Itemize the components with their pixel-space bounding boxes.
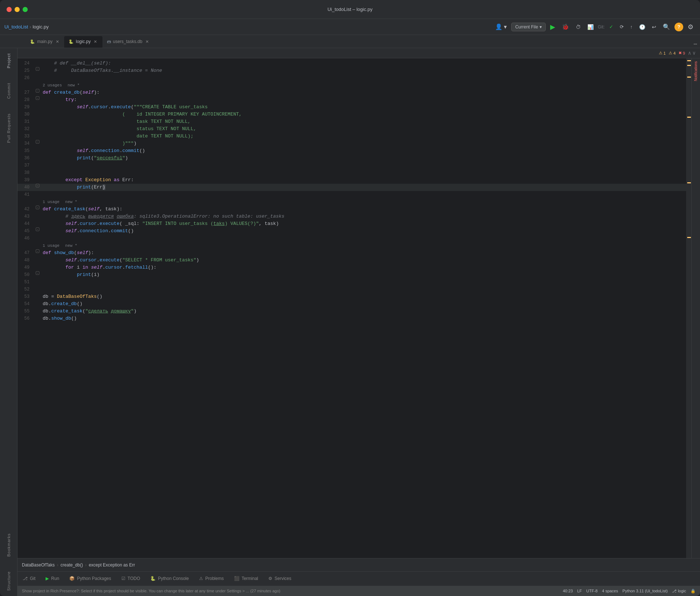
code-line-30: 30 ( id INTEGER PRIMARY KEY AUTOINCREMEN… [18, 111, 686, 118]
fold-34[interactable]: - [36, 140, 39, 144]
minimize-button[interactable] [15, 7, 20, 12]
tab-run[interactable]: ▶ Run [40, 572, 64, 586]
tab-terminal[interactable]: ⬛ Terminal [229, 572, 263, 586]
toolbar-actions: 👤 ▾ Current File ▾ ▶ 🐞 ⏱ 📊 Git: ✓ ⟳ ↑ 🕐 … [493, 22, 696, 32]
code-line-56: 56 db.show_db() [18, 315, 686, 322]
warnings-badge[interactable]: ⚠ 1 [659, 51, 666, 55]
fold-25[interactable]: - [36, 67, 39, 71]
status-python[interactable]: Python 3.11 (Ui_todoList) [622, 589, 668, 593]
breadcrumb-separator: › [30, 24, 31, 30]
sidebar-label-project: Project [7, 53, 11, 68]
fold-50[interactable]: - [36, 271, 39, 275]
run-button[interactable]: ▶ [548, 22, 557, 32]
git-push-button[interactable]: ↑ [628, 23, 635, 31]
git-history-button[interactable]: 🕐 [637, 23, 648, 31]
fold-40[interactable]: - [36, 184, 39, 187]
marker-warn-1 [687, 60, 691, 61]
project-name[interactable]: Ui_todoList [4, 24, 28, 30]
line-content-47: def show_db(self): [41, 249, 686, 257]
sidebar-item-bookmarks[interactable]: Bookmarks [7, 531, 11, 559]
profile-button[interactable]: ⏱ [573, 23, 583, 31]
line-content-25: # DataBaseOfTaks.__instance = None [41, 67, 686, 74]
search-button[interactable]: 🔍 [661, 22, 672, 32]
status-indent[interactable]: 4 spaces [602, 589, 618, 593]
line-content-33: date TEXT NOT NULL); [41, 133, 686, 140]
python-packages-tab-icon: 📦 [69, 576, 75, 581]
tab-main-py[interactable]: 🐍 main.py ✕ [26, 36, 64, 48]
run-tab-icon: ▶ [46, 576, 49, 581]
status-position[interactable]: 40:23 [563, 589, 573, 593]
file-name[interactable]: logic.py [32, 24, 48, 30]
status-bar: Show project in Rich Presence?: Select i… [18, 586, 700, 596]
fold-expand-icon[interactable]: ∧ [688, 50, 691, 56]
tab-services[interactable]: ⚙ Services [263, 572, 296, 586]
debug-button[interactable]: 🐞 [560, 22, 571, 32]
fold-42[interactable]: - [36, 206, 39, 209]
notification-text: Show project in Rich Presence?: Select i… [22, 589, 280, 593]
status-line-ending[interactable]: LF [577, 589, 582, 593]
git-update-button[interactable]: ⟳ [618, 23, 626, 31]
fold-28[interactable]: - [36, 96, 39, 100]
gutter-25: - [34, 67, 41, 71]
code-line-24: 24 # def __del__(self): [18, 60, 686, 67]
tab-options-button[interactable]: ⋯ [693, 40, 697, 48]
cautions-badge[interactable]: ⚠ 4 [669, 51, 676, 55]
tab-logic-py[interactable]: 🐍 logic.py ✕ [64, 36, 102, 48]
help-button[interactable]: ? [674, 23, 683, 31]
tab-close-logic-py[interactable]: ✕ [93, 39, 98, 44]
line-num-36: 36 [18, 155, 34, 162]
code-line-34: 34 - )""") [18, 140, 686, 147]
fold-45[interactable]: - [36, 227, 39, 231]
notifications-label[interactable]: Notifications [694, 60, 698, 82]
warn-count: 1 [664, 51, 666, 55]
terminal-tab-label: Terminal [242, 576, 258, 581]
tab-python-console[interactable]: 🐍 Python Console [145, 572, 194, 586]
line-num-31: 31 [18, 118, 34, 125]
fold-47[interactable]: - [36, 249, 39, 253]
fold-controls: ∧ ∨ [688, 50, 696, 56]
line-ending-text: LF [577, 589, 582, 593]
sidebar-item-project[interactable]: Project [7, 51, 11, 70]
bc-sep-2: › [85, 562, 86, 568]
tab-close-users-tasks-db[interactable]: ✕ [144, 39, 149, 44]
line-content-26 [41, 74, 686, 82]
code-line-43: 43 # здесь выводится ошибка: sqlite3.Ope… [18, 213, 686, 220]
tab-python-packages[interactable]: 📦 Python Packages [64, 572, 116, 586]
fold-27[interactable]: - [36, 89, 39, 93]
fold-collapse-icon[interactable]: ∨ [693, 50, 696, 56]
tab-git[interactable]: ⎇ Git [18, 572, 40, 586]
sidebar-item-commit[interactable]: Commit [7, 81, 11, 101]
close-button[interactable] [7, 7, 12, 12]
tab-close-main-py[interactable]: ✕ [55, 39, 60, 44]
branch-text: logic [678, 589, 686, 593]
code-line-53: 53 db = DataBaseOfTaks() [18, 293, 686, 300]
line-num-40: 40 [18, 184, 34, 191]
line-num-32: 32 [18, 125, 34, 133]
status-branch[interactable]: ⎇ logic [672, 589, 686, 593]
line-num-27: 27 [18, 89, 34, 96]
sidebar-item-structure[interactable]: Structure [7, 569, 11, 593]
git-revert-button[interactable]: ↩ [650, 23, 658, 31]
tab-users-tasks-db[interactable]: 🗃 users_tasks.db ✕ [102, 36, 154, 48]
sidebar-label-pull-requests: Pull Requests [7, 113, 11, 143]
maximize-button[interactable] [23, 7, 28, 12]
tab-label-main-py: main.py [37, 39, 52, 44]
git-check-button[interactable]: ✓ [607, 23, 615, 31]
gutter-34: - [34, 140, 41, 144]
line-content-42: def create_task(self, task): [41, 206, 686, 213]
current-file-button[interactable]: Current File ▾ [511, 23, 546, 31]
code-line-41: 41 [18, 191, 686, 198]
sidebar-item-pull-requests[interactable]: Pull Requests [7, 111, 11, 145]
status-encoding[interactable]: UTF-8 [586, 589, 598, 593]
line-content-35: self.connection.commit() [41, 147, 686, 155]
user-button[interactable]: 👤 ▾ [493, 22, 509, 32]
tab-problems[interactable]: ⚠ Problems [194, 572, 229, 586]
settings-button[interactable]: ⚙ [685, 22, 696, 32]
errors-badge[interactable]: ✖ 9 [678, 51, 685, 55]
position-text: 40:23 [563, 589, 573, 593]
code-line-44: 44 self.cursor.execute( _sql: "INSERT IN… [18, 220, 686, 227]
code-line-37: 37 [18, 162, 686, 169]
coverage-button[interactable]: 📊 [585, 23, 596, 31]
code-editor[interactable]: 24 # def __del__(self): 25 - # DataBaseO… [18, 58, 686, 558]
tab-todo[interactable]: ☑ TODO [116, 572, 145, 586]
